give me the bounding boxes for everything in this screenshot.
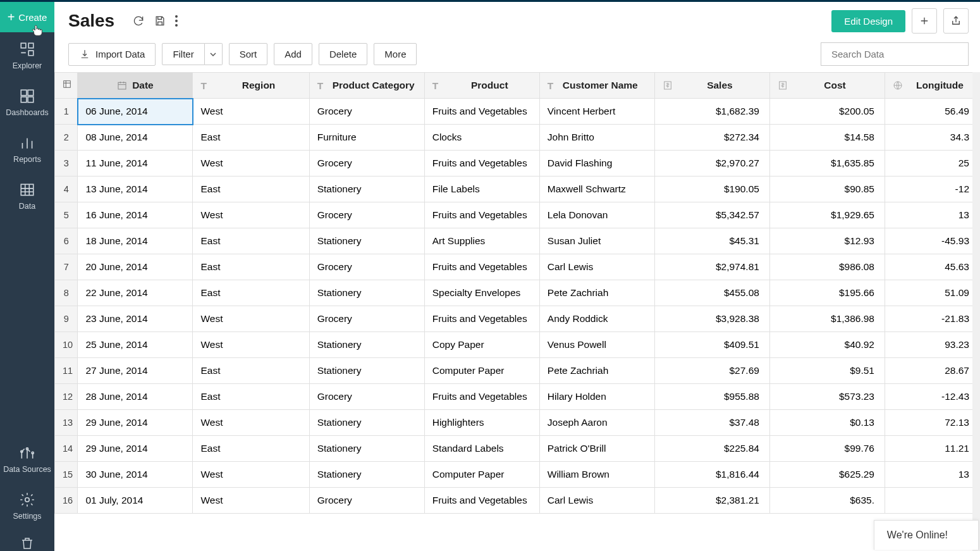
cell-longitude[interactable]: 13 xyxy=(885,202,979,228)
cell-product[interactable]: File Labels xyxy=(424,176,539,202)
cell-product[interactable]: Art Supplies xyxy=(424,228,539,254)
cell-sales[interactable]: $3,928.38 xyxy=(654,306,769,332)
cell-product[interactable]: Computer Paper xyxy=(424,462,539,488)
cell-category[interactable]: Stationery xyxy=(309,228,424,254)
cell-cost[interactable]: $99.76 xyxy=(769,436,885,462)
cell-category[interactable]: Stationery xyxy=(309,176,424,202)
row-index[interactable]: 15 xyxy=(55,462,78,488)
table-row[interactable]: 1329 June, 2014WestStationeryHighlighter… xyxy=(55,410,980,436)
cell-region[interactable]: West xyxy=(193,202,309,228)
more-options-icon[interactable] xyxy=(175,15,178,27)
cell-region[interactable]: West xyxy=(193,99,309,125)
share-button[interactable] xyxy=(943,8,969,34)
cell-longitude[interactable]: -12 xyxy=(885,176,979,202)
col-header-category[interactable]: TProduct Category xyxy=(309,73,424,99)
table-row[interactable]: 1228 June, 2014EastGroceryFruits and Veg… xyxy=(55,384,980,410)
cell-date[interactable]: 08 June, 2014 xyxy=(78,125,193,151)
cell-product[interactable]: Fruits and Vegetables xyxy=(424,99,539,125)
cell-sales[interactable]: $45.31 xyxy=(654,228,769,254)
cell-customer[interactable]: Carl Lewis xyxy=(539,488,654,514)
row-index[interactable]: 14 xyxy=(55,436,78,462)
cell-category[interactable]: Grocery xyxy=(309,488,424,514)
cell-longitude[interactable]: 13 xyxy=(885,462,979,488)
cell-category[interactable]: Stationery xyxy=(309,410,424,436)
cell-longitude[interactable]: -12.43 xyxy=(885,384,979,410)
cell-date[interactable]: 25 June, 2014 xyxy=(78,332,193,358)
col-header-region[interactable]: TRegion xyxy=(193,73,309,99)
cell-longitude[interactable] xyxy=(885,488,979,514)
cell-region[interactable]: East xyxy=(193,280,309,306)
cell-cost[interactable]: $12.93 xyxy=(769,228,885,254)
cell-customer[interactable]: Vincent Herbert xyxy=(539,99,654,125)
cell-product[interactable]: Specialty Envelopes xyxy=(424,280,539,306)
chat-widget[interactable]: We're Online! xyxy=(874,520,979,550)
sidebar-item-data-sources[interactable]: Data Sources xyxy=(0,436,54,483)
cell-sales[interactable]: $1,816.44 xyxy=(654,462,769,488)
cell-date[interactable]: 11 June, 2014 xyxy=(78,151,193,176)
cell-region[interactable]: East xyxy=(193,436,309,462)
cell-sales[interactable]: $5,342.57 xyxy=(654,202,769,228)
cell-cost[interactable]: $573.23 xyxy=(769,384,885,410)
sidebar-item-explorer[interactable]: Explorer xyxy=(0,32,54,79)
cell-cost[interactable]: $1,386.98 xyxy=(769,306,885,332)
cell-category[interactable]: Grocery xyxy=(309,151,424,176)
cell-cost[interactable]: $9.51 xyxy=(769,358,885,384)
row-index[interactable]: 11 xyxy=(55,358,78,384)
cell-customer[interactable]: Joseph Aaron xyxy=(539,410,654,436)
col-header-longitude[interactable]: Longitude xyxy=(885,73,979,99)
cell-sales[interactable]: $455.08 xyxy=(654,280,769,306)
cell-sales[interactable]: $37.48 xyxy=(654,410,769,436)
table-row[interactable]: 311 June, 2014WestGroceryFruits and Vege… xyxy=(55,151,980,176)
cell-cost[interactable]: $986.08 xyxy=(769,254,885,280)
cell-category[interactable]: Stationery xyxy=(309,462,424,488)
cell-category[interactable]: Furniture xyxy=(309,125,424,151)
table-row[interactable]: 106 June, 2014WestGroceryFruits and Vege… xyxy=(55,99,980,125)
cell-customer[interactable]: Patrick O'Brill xyxy=(539,436,654,462)
cell-region[interactable]: West xyxy=(193,306,309,332)
add-row-button[interactable]: Add xyxy=(274,43,312,65)
table-row[interactable]: 516 June, 2014WestGroceryFruits and Vege… xyxy=(55,202,980,228)
corner-cell[interactable] xyxy=(55,73,78,99)
cell-date[interactable]: 27 June, 2014 xyxy=(78,358,193,384)
cell-date[interactable]: 18 June, 2014 xyxy=(78,228,193,254)
cell-cost[interactable]: $1,635.85 xyxy=(769,151,885,176)
cell-longitude[interactable]: 72.13 xyxy=(885,410,979,436)
cell-longitude[interactable]: 34.3 xyxy=(885,125,979,151)
row-index[interactable]: 16 xyxy=(55,488,78,514)
cell-sales[interactable]: $1,682.39 xyxy=(654,99,769,125)
col-header-product[interactable]: TProduct xyxy=(424,73,539,99)
cell-customer[interactable]: Hilary Holden xyxy=(539,384,654,410)
row-index[interactable]: 13 xyxy=(55,410,78,436)
cell-sales[interactable]: $190.05 xyxy=(654,176,769,202)
cell-product[interactable]: Fruits and Vegetables xyxy=(424,151,539,176)
cell-product[interactable]: Fruits and Vegetables xyxy=(424,488,539,514)
cell-cost[interactable]: $90.85 xyxy=(769,176,885,202)
search-input[interactable] xyxy=(821,42,969,66)
cell-region[interactable]: East xyxy=(193,125,309,151)
cell-product[interactable]: Fruits and Vegetables xyxy=(424,254,539,280)
cell-category[interactable]: Grocery xyxy=(309,99,424,125)
cell-customer[interactable]: Pete Zachriah xyxy=(539,280,654,306)
filter-button[interactable]: Filter xyxy=(162,43,204,65)
cell-region[interactable]: East xyxy=(193,228,309,254)
sidebar-item-dashboards[interactable]: Dashboards xyxy=(0,79,54,126)
cell-date[interactable]: 28 June, 2014 xyxy=(78,384,193,410)
import-data-button[interactable]: Import Data xyxy=(68,43,156,66)
table-row[interactable]: 822 June, 2014EastStationerySpecialty En… xyxy=(55,280,980,306)
col-header-sales[interactable]: Sales xyxy=(654,73,769,99)
cell-longitude[interactable]: 93.23 xyxy=(885,332,979,358)
cell-category[interactable]: Stationery xyxy=(309,332,424,358)
cell-region[interactable]: West xyxy=(193,332,309,358)
cell-product[interactable]: Copy Paper xyxy=(424,332,539,358)
cell-product[interactable]: Fruits and Vegetables xyxy=(424,202,539,228)
cell-cost[interactable]: $1,929.65 xyxy=(769,202,885,228)
sidebar-item-reports[interactable]: Reports xyxy=(0,126,54,173)
refresh-icon[interactable] xyxy=(132,15,145,27)
row-index[interactable]: 7 xyxy=(55,254,78,280)
cell-customer[interactable]: John Britto xyxy=(539,125,654,151)
row-index[interactable]: 1 xyxy=(55,99,78,125)
row-index[interactable]: 4 xyxy=(55,176,78,202)
cell-date[interactable]: 23 June, 2014 xyxy=(78,306,193,332)
cell-category[interactable]: Grocery xyxy=(309,202,424,228)
cell-longitude[interactable]: 56.49 xyxy=(885,99,979,125)
